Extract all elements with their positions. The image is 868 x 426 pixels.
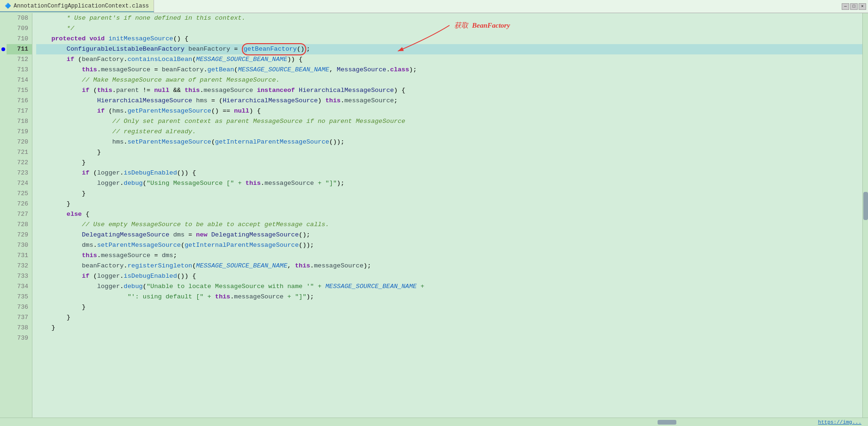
indent-709 xyxy=(36,23,67,34)
code-line-713: this.messageSource = beanFactory.getBean… xyxy=(36,65,862,75)
code-line-727: else { xyxy=(36,209,862,220)
code-line-716: HierarchicalMessageSource hms = (Hierarc… xyxy=(36,96,862,106)
breakpoint-cell-730[interactable] xyxy=(0,240,7,251)
breakpoint-cell-738[interactable] xyxy=(0,323,7,333)
code-line-725: } xyxy=(36,189,862,199)
breakpoint-cell-717[interactable] xyxy=(0,106,7,116)
code-line-729: DelegatingMessageSource dms = new Delega… xyxy=(36,230,862,240)
code-line-735: "': using default [" + this.messageSourc… xyxy=(36,292,862,302)
indent-724 xyxy=(36,178,97,189)
code-line-721: } xyxy=(36,147,862,158)
indent-714 xyxy=(36,75,82,85)
code-content-718: // Only set parent context as parent Mes… xyxy=(112,116,405,127)
indent-725 xyxy=(36,189,82,199)
code-line-710: protected void initMessageSource() { xyxy=(36,34,862,44)
minimize-button[interactable]: — xyxy=(842,3,849,10)
breakpoint-cell-739[interactable] xyxy=(0,333,7,343)
code-line-731: this.messageSource = dms; xyxy=(36,251,862,261)
indent-723 xyxy=(36,168,82,178)
indent-711 xyxy=(36,44,67,54)
line-number-733: 733 xyxy=(7,271,32,281)
code-content-719: // registered already. xyxy=(112,127,196,137)
breakpoint-cell-733[interactable] xyxy=(0,271,7,281)
line-number-726: 726 xyxy=(7,199,32,209)
breakpoint-cell-732[interactable] xyxy=(0,261,7,271)
code-line-728: // Use empty MessageSource to be able to… xyxy=(36,220,862,230)
breakpoint-dot-711 xyxy=(1,47,5,51)
line-number-728: 728 xyxy=(7,220,32,230)
breakpoint-cell-720[interactable] xyxy=(0,137,7,147)
horizontal-scrollbar[interactable] xyxy=(0,419,818,425)
code-content-726: } xyxy=(67,199,70,209)
indent-718 xyxy=(36,116,112,127)
code-content-734: logger.debug("Unable to locate MessageSo… xyxy=(97,281,425,292)
breakpoint-cell-708[interactable] xyxy=(0,13,7,23)
breakpoint-cell-713[interactable] xyxy=(0,65,7,75)
code-content-728: // Use empty MessageSource to be able to… xyxy=(82,220,329,230)
indent-729 xyxy=(36,230,82,240)
tab-1[interactable]: 🔷AnnotationConfigApplicationContext.clas… xyxy=(0,1,154,11)
code-content-729: DelegatingMessageSource dms = new Delega… xyxy=(82,230,310,240)
breakpoint-cell-714[interactable] xyxy=(0,75,7,85)
bottom-url: https://img... xyxy=(818,419,868,425)
breakpoint-cell-719[interactable] xyxy=(0,127,7,137)
breakpoint-cell-722[interactable] xyxy=(0,158,7,168)
code-line-732: beanFactory.registerSingleton(MESSAGE_SO… xyxy=(36,261,862,271)
breakpoint-cell-710[interactable] xyxy=(0,34,7,44)
close-button[interactable]: × xyxy=(859,3,866,10)
line-number-723: 723 xyxy=(7,168,32,178)
breakpoint-cell-718[interactable] xyxy=(0,116,7,127)
code-line-717: if (hms.getParentMessageSource() == null… xyxy=(36,106,862,116)
breakpoint-cell-736[interactable] xyxy=(0,302,7,312)
code-content-715: if (this.parent != null && this.messageS… xyxy=(82,85,405,96)
code-line-737: } xyxy=(36,312,862,323)
breakpoint-cell-725[interactable] xyxy=(0,189,7,199)
indent-726 xyxy=(36,199,67,209)
code-line-722: } xyxy=(36,158,862,168)
code-content[interactable]: * Use parent's if none defined in this c… xyxy=(32,13,862,418)
code-content-724: logger.debug("Using MessageSource [" + t… xyxy=(97,178,345,189)
breakpoint-cell-712[interactable] xyxy=(0,54,7,65)
code-line-711: ConfigurableListableBeanFactory beanFact… xyxy=(36,44,862,54)
indent-735 xyxy=(36,292,127,302)
breakpoint-cell-721[interactable] xyxy=(0,147,7,158)
line-number-708: 708 xyxy=(7,13,32,23)
window-controls: — □ × xyxy=(842,3,868,10)
vertical-scrollbar[interactable] xyxy=(862,13,868,418)
breakpoint-cell-729[interactable] xyxy=(0,230,7,240)
breakpoint-cell-727[interactable] xyxy=(0,209,7,220)
indent-731 xyxy=(36,251,82,261)
breakpoint-cell-728[interactable] xyxy=(0,220,7,230)
h-scrollbar-thumb[interactable] xyxy=(658,420,676,425)
indent-733 xyxy=(36,271,82,281)
breakpoint-cell-735[interactable] xyxy=(0,292,7,302)
indent-720 xyxy=(36,137,112,147)
breakpoint-cell-737[interactable] xyxy=(0,312,7,323)
code-line-719: // registered already. xyxy=(36,127,862,137)
line-number-719: 719 xyxy=(7,127,32,137)
breakpoint-cell-726[interactable] xyxy=(0,199,7,209)
scrollbar-thumb[interactable] xyxy=(863,192,868,220)
breakpoint-cell-723[interactable] xyxy=(0,168,7,178)
indent-734 xyxy=(36,281,97,292)
breakpoint-cell-724[interactable] xyxy=(0,178,7,189)
breakpoint-cell-716[interactable] xyxy=(0,96,7,106)
breakpoint-cell-711[interactable] xyxy=(0,44,7,54)
indent-713 xyxy=(36,65,82,75)
breakpoint-cell-734[interactable] xyxy=(0,281,7,292)
tab-label-1: AnnotationConfigApplicationContext.class xyxy=(14,3,149,9)
restore-button[interactable]: □ xyxy=(850,3,858,10)
editor-container: ☕IOCTest_Ext.java🔷AnnotationConfigApplic… xyxy=(0,0,868,426)
breakpoint-cell-709[interactable] xyxy=(0,23,7,34)
code-content-711: ConfigurableListableBeanFactory beanFact… xyxy=(67,43,310,55)
indent-717 xyxy=(36,106,97,116)
main-area: 7087097107117127137147157167177187197207… xyxy=(0,13,868,418)
line-number-712: 712 xyxy=(7,54,32,65)
code-line-730: dms.setParentMessageSource(getInternalPa… xyxy=(36,240,862,251)
line-number-736: 736 xyxy=(7,302,32,312)
tab-bar: ☕IOCTest_Ext.java🔷AnnotationConfigApplic… xyxy=(0,0,868,13)
breakpoint-cell-731[interactable] xyxy=(0,251,7,261)
code-line-708: * Use parent's if none defined in this c… xyxy=(36,13,862,23)
indent-716 xyxy=(36,96,97,106)
breakpoint-cell-715[interactable] xyxy=(0,85,7,96)
